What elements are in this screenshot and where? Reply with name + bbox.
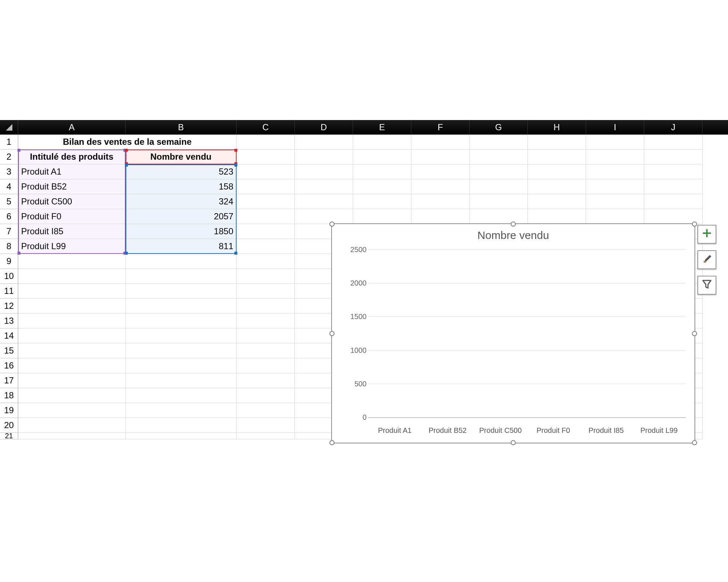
- col-header-F[interactable]: F: [411, 120, 470, 135]
- cell[interactable]: [126, 254, 237, 269]
- cell[interactable]: [237, 224, 295, 239]
- chart-handle[interactable]: [692, 440, 697, 445]
- cell[interactable]: [237, 403, 295, 418]
- cell[interactable]: [237, 433, 295, 439]
- cell[interactable]: [353, 179, 411, 194]
- chart-elements-button[interactable]: [697, 225, 716, 244]
- chart-filter-button[interactable]: [697, 276, 716, 295]
- cell[interactable]: [295, 150, 353, 164]
- cell[interactable]: [295, 135, 353, 150]
- row-header-15[interactable]: 15: [0, 343, 18, 358]
- cell[interactable]: [528, 179, 586, 194]
- cell[interactable]: [18, 358, 126, 373]
- row-header-18[interactable]: 18: [0, 388, 18, 403]
- cell-B7[interactable]: 1850: [126, 224, 237, 239]
- cell-A8[interactable]: Produit L99: [18, 239, 126, 254]
- cell[interactable]: [126, 388, 237, 403]
- cell[interactable]: [18, 254, 126, 269]
- chart-handle[interactable]: [692, 331, 697, 336]
- cell[interactable]: [411, 209, 470, 224]
- cell[interactable]: [586, 164, 644, 179]
- cell[interactable]: [237, 239, 295, 254]
- row-header-7[interactable]: 7: [0, 224, 18, 239]
- cell[interactable]: [126, 314, 237, 328]
- chart-handle[interactable]: [329, 331, 335, 336]
- cell[interactable]: [644, 135, 703, 150]
- row-header-6[interactable]: 6: [0, 209, 18, 224]
- cell[interactable]: [586, 135, 644, 150]
- row-header-14[interactable]: 14: [0, 328, 18, 343]
- grid[interactable]: 1 Bilan des ventes de la semaine 2 Intit…: [0, 135, 728, 439]
- row-header-12[interactable]: 12: [0, 299, 18, 314]
- cell[interactable]: [586, 179, 644, 194]
- row-header-16[interactable]: 16: [0, 358, 18, 373]
- cell[interactable]: [18, 433, 126, 439]
- cell[interactable]: [237, 209, 295, 224]
- cell[interactable]: [18, 373, 126, 388]
- cell[interactable]: [528, 194, 586, 209]
- cell-A3[interactable]: Produit A1: [18, 164, 126, 179]
- row-header-3[interactable]: 3: [0, 164, 18, 179]
- cell[interactable]: [126, 299, 237, 314]
- cell[interactable]: [126, 358, 237, 373]
- cell[interactable]: [237, 164, 295, 179]
- row-header-11[interactable]: 11: [0, 284, 18, 299]
- cell-A2[interactable]: Intitulé des produits: [18, 150, 126, 164]
- cell[interactable]: [237, 358, 295, 373]
- cell[interactable]: [411, 179, 470, 194]
- cell[interactable]: [237, 150, 295, 164]
- chart-styles-button[interactable]: [697, 250, 716, 269]
- cell[interactable]: [237, 269, 295, 284]
- col-header-B[interactable]: B: [126, 120, 237, 135]
- row-header-20[interactable]: 20: [0, 418, 18, 433]
- cell[interactable]: [470, 150, 528, 164]
- row-header-19[interactable]: 19: [0, 403, 18, 418]
- cell[interactable]: [126, 328, 237, 343]
- cell[interactable]: [18, 403, 126, 418]
- col-header-D[interactable]: D: [295, 120, 353, 135]
- cell[interactable]: [411, 150, 470, 164]
- cell[interactable]: [237, 388, 295, 403]
- row-header-1[interactable]: 1: [0, 135, 18, 150]
- cell[interactable]: [18, 269, 126, 284]
- cell[interactable]: [411, 194, 470, 209]
- cell[interactable]: [126, 284, 237, 299]
- col-header-I[interactable]: I: [586, 120, 644, 135]
- row-header-21[interactable]: 21: [0, 433, 18, 439]
- cell-B8[interactable]: 811: [126, 239, 237, 254]
- cell[interactable]: [470, 179, 528, 194]
- cell-title[interactable]: Bilan des ventes de la semaine: [18, 135, 237, 150]
- cell[interactable]: [126, 418, 237, 433]
- col-header-H[interactable]: H: [528, 120, 586, 135]
- select-all-corner[interactable]: [0, 120, 18, 135]
- cell[interactable]: [18, 284, 126, 299]
- row-header-17[interactable]: 17: [0, 373, 18, 388]
- cell[interactable]: [528, 209, 586, 224]
- cell[interactable]: [353, 150, 411, 164]
- col-header-C[interactable]: C: [237, 120, 295, 135]
- cell[interactable]: [295, 164, 353, 179]
- cell[interactable]: [18, 314, 126, 328]
- cell[interactable]: [470, 135, 528, 150]
- row-header-4[interactable]: 4: [0, 179, 18, 194]
- cell[interactable]: [586, 150, 644, 164]
- cell-B4[interactable]: 158: [126, 179, 237, 194]
- cell[interactable]: [237, 343, 295, 358]
- row-header-2[interactable]: 2: [0, 150, 18, 164]
- cell[interactable]: [237, 299, 295, 314]
- col-header-J[interactable]: J: [644, 120, 703, 135]
- cell[interactable]: [237, 179, 295, 194]
- row-header-9[interactable]: 9: [0, 254, 18, 269]
- cell[interactable]: [644, 194, 703, 209]
- cell[interactable]: [353, 209, 411, 224]
- cell[interactable]: [411, 164, 470, 179]
- cell[interactable]: [126, 373, 237, 388]
- cell[interactable]: [126, 269, 237, 284]
- chart-handle[interactable]: [329, 440, 335, 445]
- cell[interactable]: [353, 135, 411, 150]
- row-header-13[interactable]: 13: [0, 314, 18, 328]
- chart-handle[interactable]: [329, 222, 335, 227]
- cell-A5[interactable]: Produit C500: [18, 194, 126, 209]
- cell[interactable]: [237, 284, 295, 299]
- col-header-A[interactable]: A: [18, 120, 126, 135]
